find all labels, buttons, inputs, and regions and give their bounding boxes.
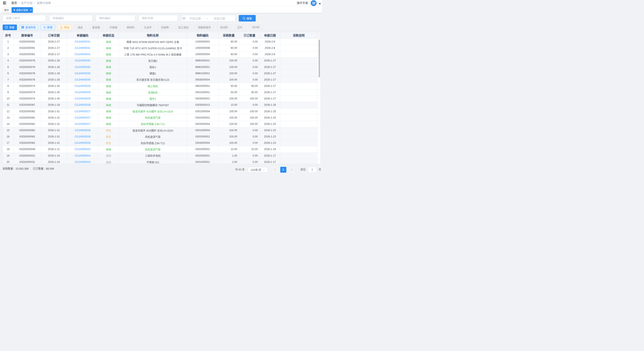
svg-text:M: M [312, 1, 316, 5]
